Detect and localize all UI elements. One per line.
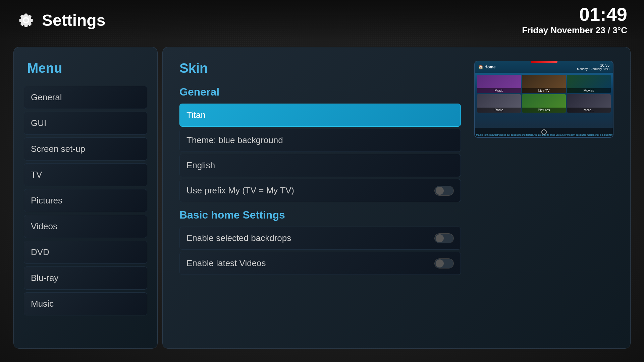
settings-item-language[interactable]: English	[179, 154, 461, 177]
sidebar-item-music[interactable]: Music	[24, 292, 147, 315]
sidebar-item-tv[interactable]: TV	[24, 163, 147, 186]
main-content: Menu General GUI Screen set-up TV Pictur…	[13, 47, 631, 349]
sidebar-item-general[interactable]: General	[24, 86, 147, 109]
preview-accent-bar	[531, 61, 557, 63]
settings-item-backdrops[interactable]: Enable selected backdrops	[179, 227, 461, 250]
sidebar-item-pictures[interactable]: Pictures	[24, 189, 147, 212]
preview-tile-pictures: Pictures	[522, 94, 566, 113]
skin-settings-content: Skin General Titan Theme: blue backgroun…	[179, 61, 461, 335]
preview-tile-more-label: More...	[567, 108, 611, 113]
menu-panel: Menu General GUI Screen set-up TV Pictur…	[13, 47, 158, 349]
header-left: Settings	[17, 11, 105, 29]
preview-footer-text: thanks to the newest work of our designe…	[475, 134, 613, 136]
sidebar-item-dvd[interactable]: DVD	[24, 241, 147, 264]
settings-item-prefix[interactable]: Use prefix My (TV = My TV)	[179, 179, 461, 202]
sidebar-item-gui[interactable]: GUI	[24, 112, 147, 135]
preview-time-area: 10:35 Monday 9 January / 3°C	[577, 63, 609, 71]
preview-tile-music: Music	[477, 75, 521, 93]
preview-date: Monday 9 January / 3°C	[577, 67, 609, 71]
theme-label: Theme: blue background	[186, 135, 283, 145]
preview-tile-radio-label: Radio	[477, 108, 521, 113]
backdrops-label: Enable selected backdrops	[186, 233, 291, 243]
preview-area: 🏠 Home 10:35 Monday 9 January / 3°C Musi…	[474, 61, 613, 335]
language-label: English	[186, 160, 215, 171]
titan-label: Titan	[186, 110, 206, 120]
clock-display: 01:49	[522, 5, 627, 24]
prefix-toggle[interactable]	[434, 186, 454, 196]
header-right: 01:49 Friday November 23 / 3°C	[522, 5, 627, 36]
skin-panel: Skin General Titan Theme: blue backgroun…	[162, 47, 631, 349]
menu-items-list: General GUI Screen set-up TV Pictures Vi…	[24, 86, 147, 315]
skin-title: Skin	[179, 61, 461, 76]
settings-item-theme[interactable]: Theme: blue background	[179, 129, 461, 152]
page-title: Settings	[42, 11, 105, 29]
backdrops-toggle[interactable]	[434, 233, 454, 243]
preview-tile-movies: Movies	[567, 75, 611, 93]
menu-title: Menu	[24, 61, 147, 76]
gear-icon	[17, 11, 35, 29]
preview-grid: Music Live TV Movies Radio Pictures	[475, 73, 613, 114]
preview-header: 🏠 Home 10:35 Monday 9 January / 3°C	[475, 61, 613, 73]
settings-item-latest-videos[interactable]: Enable latest Videos	[179, 252, 461, 275]
latest-videos-toggle[interactable]	[434, 258, 454, 268]
sidebar-item-bluray[interactable]: Blu-ray	[24, 266, 147, 290]
preview-tile-radio: Radio	[477, 94, 521, 113]
settings-item-titan[interactable]: Titan	[179, 104, 461, 127]
sidebar-item-videos[interactable]: Videos	[24, 215, 147, 238]
preview-tile-livetv-label: Live TV	[522, 88, 566, 93]
section-header-basic-home: Basic home Settings	[179, 209, 461, 221]
app-header: Settings 01:49 Friday November 23 / 3°C	[0, 0, 644, 40]
preview-clock: 10:35	[577, 63, 609, 67]
sidebar-item-screen-setup[interactable]: Screen set-up	[24, 137, 147, 161]
preview-tile-movies-label: Movies	[567, 88, 611, 93]
preview-tile-pictures-label: Pictures	[522, 108, 566, 113]
general-settings-list: Titan Theme: blue background English Use…	[179, 104, 461, 202]
skin-preview: 🏠 Home 10:35 Monday 9 January / 3°C Musi…	[474, 61, 613, 138]
date-display: Friday November 23 / 3°C	[522, 25, 627, 36]
preview-home-label: 🏠 Home	[478, 65, 496, 69]
prefix-label: Use prefix My (TV = My TV)	[186, 185, 294, 196]
basic-home-settings-list: Enable selected backdrops Enable latest …	[179, 227, 461, 275]
section-header-general: General	[179, 86, 461, 98]
preview-tile-music-label: Music	[477, 88, 521, 93]
latest-videos-label: Enable latest Videos	[186, 258, 266, 268]
preview-ui: 🏠 Home 10:35 Monday 9 January / 3°C Musi…	[475, 61, 613, 137]
preview-tile-more: More...	[567, 94, 611, 113]
preview-tile-livetv: Live TV	[522, 75, 566, 93]
